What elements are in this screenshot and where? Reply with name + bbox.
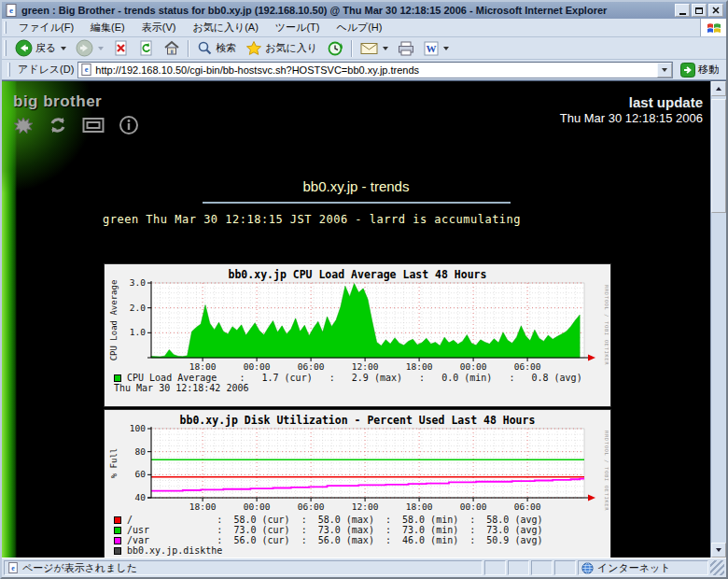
back-button[interactable]: 戻る bbox=[10, 38, 71, 59]
favorites-button[interactable]: お気に入り bbox=[241, 38, 322, 59]
scrollbar-thumb[interactable] bbox=[711, 99, 726, 213]
toolbar-grip[interactable] bbox=[7, 63, 10, 77]
green-gradient-strip bbox=[2, 81, 17, 558]
address-dropdown-arrow bbox=[662, 68, 667, 72]
burst-icon[interactable] bbox=[13, 116, 34, 134]
refresh-button[interactable] bbox=[133, 38, 159, 59]
history-button[interactable] bbox=[322, 38, 348, 59]
address-bar: アドレス(D) e http://192.168.10.50/cgi-bin/b… bbox=[2, 60, 726, 80]
legend-text: bb0.xy.jp.diskthe bbox=[127, 545, 222, 556]
history-icon bbox=[327, 40, 343, 57]
status-message-pane: e ページが表示されました bbox=[4, 560, 483, 575]
ie-page-icon: e bbox=[80, 64, 92, 76]
scroll-down-button[interactable] bbox=[711, 543, 726, 558]
back-label: 戻る bbox=[35, 41, 56, 55]
svg-text:00:00: 00:00 bbox=[244, 361, 271, 371]
stop-button[interactable] bbox=[108, 38, 133, 59]
monitor-icon[interactable] bbox=[82, 117, 105, 134]
menu-view[interactable]: 表示(V) bbox=[133, 19, 185, 36]
svg-text:3.0: 3.0 bbox=[130, 279, 146, 288]
svg-text:06:00: 06:00 bbox=[514, 361, 541, 371]
windows-flag-throbber bbox=[700, 19, 726, 36]
disk-chart-title: bb0.xy.jp Disk Utilization - Percent Use… bbox=[105, 410, 610, 425]
svg-text:RRDTOOL / TOBI OETIKER: RRDTOOL / TOBI OETIKER bbox=[604, 285, 609, 365]
print-button[interactable] bbox=[393, 38, 419, 59]
maximize-glyph bbox=[695, 7, 703, 14]
forward-icon bbox=[76, 39, 93, 57]
svg-text:00:00: 00:00 bbox=[244, 501, 271, 512]
ie-page-icon: e bbox=[7, 562, 19, 573]
address-input[interactable]: e http://192.168.10.50/cgi-bin/bb-hostsv… bbox=[77, 62, 673, 78]
page-title-rule bbox=[203, 202, 511, 204]
vertical-scrollbar[interactable] bbox=[710, 81, 726, 558]
minimize-button[interactable] bbox=[675, 4, 690, 17]
svg-text:00:00: 00:00 bbox=[460, 501, 487, 512]
mail-button[interactable] bbox=[356, 38, 393, 59]
last-update-block: last update Thu Mar 30 12:18:15 2006 bbox=[560, 94, 703, 125]
maximize-button[interactable] bbox=[692, 4, 707, 17]
resize-grip[interactable] bbox=[710, 560, 724, 575]
svg-text:18:00: 18:00 bbox=[189, 501, 217, 512]
legend-row: /usr : 73.0 (cur) : 73.0 (max) : 73.0 (m… bbox=[114, 525, 610, 535]
home-button[interactable] bbox=[159, 38, 185, 59]
svg-text:60: 60 bbox=[135, 469, 147, 479]
svg-text:1.0: 1.0 bbox=[130, 327, 146, 337]
last-update-time: Thu Mar 30 12:18:15 2006 bbox=[560, 111, 703, 125]
back-icon bbox=[15, 39, 33, 57]
legend-row: bb0.xy.jp.diskthe bbox=[114, 545, 610, 556]
address-dropdown-button[interactable] bbox=[657, 63, 672, 78]
refresh-arrows-icon[interactable] bbox=[48, 116, 68, 134]
svg-text:e: e bbox=[85, 65, 89, 74]
back-dropdown-arrow[interactable] bbox=[61, 47, 66, 50]
svg-text:W: W bbox=[427, 43, 437, 54]
svg-text:e: e bbox=[9, 6, 13, 15]
title-bar: e green : Big Brother - trends status fo… bbox=[2, 2, 726, 19]
address-label: アドレス(D) bbox=[18, 63, 74, 77]
toolbar-grip[interactable] bbox=[4, 21, 7, 34]
cpu-chart-svg: 1.02.03.018:0000:0006:0012:0018:0000:000… bbox=[106, 279, 609, 371]
close-button[interactable] bbox=[708, 4, 723, 17]
menu-edit[interactable]: 編集(E) bbox=[82, 19, 133, 36]
go-button[interactable]: 移動 bbox=[677, 62, 722, 78]
address-url[interactable]: http://192.168.10.50/cgi-bin/bb-hostsvc.… bbox=[95, 64, 657, 76]
legend-row: /var : 56.0 (cur) : 56.0 (max) : 46.0 (m… bbox=[114, 535, 610, 545]
menu-favorites[interactable]: お気に入り(A) bbox=[184, 19, 266, 36]
menu-tools[interactable]: ツール(T) bbox=[267, 19, 329, 36]
forward-dropdown-arrow[interactable] bbox=[98, 47, 104, 50]
svg-text:12:00: 12:00 bbox=[352, 361, 379, 371]
forward-button[interactable] bbox=[71, 38, 108, 59]
search-label: 検索 bbox=[216, 41, 236, 55]
toolbar-separator bbox=[188, 40, 189, 57]
host-status-line: green Thu Mar 30 12:18:15 JST 2006 - lar… bbox=[103, 213, 521, 226]
status-pane-empty bbox=[554, 560, 576, 575]
search-button[interactable]: 検索 bbox=[192, 38, 241, 59]
scroll-up-button[interactable] bbox=[711, 81, 726, 96]
big-brother-page: big brother bbox=[2, 81, 710, 558]
chart-canvas bbox=[147, 281, 595, 361]
mail-dropdown-arrow[interactable] bbox=[383, 47, 388, 50]
scroll-up-arrow-icon bbox=[716, 87, 721, 91]
info-icon[interactable] bbox=[119, 115, 139, 135]
menu-help[interactable]: ヘルプ(H) bbox=[328, 19, 390, 36]
svg-text:06:00: 06:00 bbox=[514, 501, 541, 512]
disk-chart-legend: / : 58.0 (cur) : 58.0 (max) : 58.0 (min)… bbox=[105, 515, 610, 556]
menu-file[interactable]: ファイル(F) bbox=[10, 19, 82, 36]
svg-text:CPU Load Average: CPU Load Average bbox=[109, 280, 119, 361]
legend-row: / : 58.0 (cur) : 58.0 (max) : 58.0 (min)… bbox=[114, 515, 610, 525]
svg-text:18:00: 18:00 bbox=[406, 361, 433, 371]
svg-text:80: 80 bbox=[135, 446, 147, 457]
legend-text: /usr : 73.0 (cur) : 73.0 (max) : 73.0 (m… bbox=[127, 525, 543, 535]
legend-swatch bbox=[114, 537, 121, 544]
edit-button[interactable]: W bbox=[419, 38, 454, 59]
svg-text:18:00: 18:00 bbox=[406, 501, 433, 512]
favorites-label: お気に入り bbox=[265, 41, 317, 55]
svg-text:12:00: 12:00 bbox=[352, 501, 379, 512]
toolbar-separator bbox=[351, 40, 353, 57]
svg-text:06:00: 06:00 bbox=[298, 361, 325, 371]
status-pane-empty bbox=[484, 560, 506, 575]
toolbar-grip[interactable] bbox=[4, 40, 7, 55]
svg-text:% Full: % Full bbox=[109, 448, 119, 479]
edit-dropdown-arrow[interactable] bbox=[443, 47, 449, 50]
status-message: ページが表示されました bbox=[22, 561, 137, 575]
legend-text: / : 58.0 (cur) : 58.0 (max) : 58.0 (min)… bbox=[127, 515, 543, 525]
